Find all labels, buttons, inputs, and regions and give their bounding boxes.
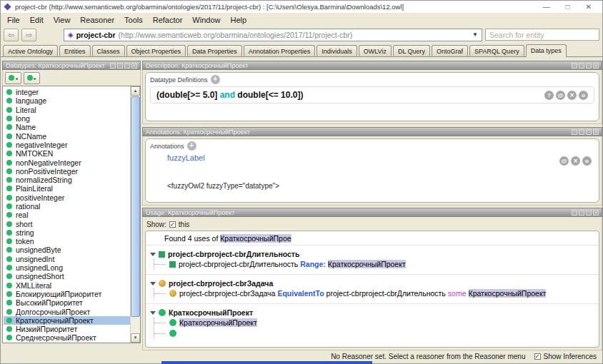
tab[interactable]: Active Ontology bbox=[3, 45, 58, 56]
panel-float-icon[interactable] bbox=[110, 63, 116, 69]
datatype-list-item[interactable]: token bbox=[4, 237, 130, 246]
datatype-list-item[interactable]: НизкийПриоритет bbox=[4, 325, 130, 333]
tab[interactable]: Data Properties bbox=[187, 45, 242, 56]
chevron-down-icon[interactable]: ▼ bbox=[469, 31, 478, 38]
menu-item[interactable]: File bbox=[2, 14, 25, 26]
datatype-list-item[interactable]: language bbox=[4, 96, 130, 105]
datatype-list-item[interactable]: unsignedByte bbox=[4, 246, 130, 254]
datatype-list-item[interactable]: unsignedLong bbox=[4, 263, 130, 272]
row-action-button[interactable]: o bbox=[582, 156, 592, 166]
menu-item[interactable]: View bbox=[49, 14, 76, 26]
datatype-list-item[interactable]: БлокирующийПриоритет bbox=[4, 290, 130, 298]
panel-float-icon[interactable] bbox=[572, 129, 577, 135]
usage-row[interactable] bbox=[154, 328, 599, 339]
datatype-list-item[interactable]: unsignedInt bbox=[4, 255, 130, 263]
tab[interactable]: Object Properties bbox=[126, 45, 186, 56]
datatype-list-item[interactable]: positiveInteger bbox=[4, 193, 130, 202]
menu-item[interactable]: Window bbox=[187, 14, 225, 26]
scroll-up-icon[interactable]: ▲ bbox=[131, 86, 140, 96]
panel-float-icon[interactable] bbox=[572, 210, 577, 216]
datatype-list-item[interactable]: NCName bbox=[4, 131, 130, 140]
tab[interactable]: Annotation Properties bbox=[244, 45, 316, 56]
menu-item[interactable]: Refactor bbox=[148, 14, 188, 26]
maximize-button[interactable]: □ bbox=[566, 2, 570, 12]
panel-minimize-icon[interactable] bbox=[117, 63, 123, 69]
tab[interactable]: OWLViz bbox=[359, 45, 392, 56]
datatype-list-item[interactable]: normalizedString bbox=[4, 176, 130, 184]
show-inferences-checkbox[interactable]: ✓ bbox=[534, 353, 541, 360]
search-input[interactable] bbox=[485, 29, 599, 41]
menu-item[interactable]: Help bbox=[225, 14, 251, 26]
menu-item[interactable]: Reasoner bbox=[75, 14, 119, 26]
row-action-button[interactable]: @ bbox=[559, 156, 569, 166]
usage-group-header[interactable]: project-cbrproject-cbrДлительность bbox=[146, 249, 599, 259]
panel-maximize-icon[interactable] bbox=[586, 129, 592, 135]
annotation-property[interactable]: fuzzyLabel bbox=[167, 153, 594, 162]
delete-datatype-button[interactable]: ▸ bbox=[24, 72, 40, 84]
tab[interactable]: Classes bbox=[92, 45, 125, 56]
panel-maximize-icon[interactable] bbox=[124, 63, 130, 69]
tab[interactable]: DL Query bbox=[393, 45, 430, 56]
panel-maximize-icon[interactable] bbox=[586, 63, 592, 69]
datatype-list-item[interactable]: negativeInteger bbox=[4, 141, 130, 149]
add-annotation-button[interactable]: + bbox=[187, 141, 196, 151]
panel-close-icon[interactable]: × bbox=[131, 63, 137, 69]
menu-item[interactable]: Tools bbox=[119, 14, 148, 26]
datatype-list-item[interactable]: integer bbox=[4, 88, 130, 96]
datatype-list-item[interactable]: КраткосрочныйПроект bbox=[4, 316, 130, 325]
panel-minimize-icon[interactable] bbox=[579, 63, 584, 69]
add-datatype-button[interactable]: ◂ bbox=[5, 72, 21, 84]
usage-group-header[interactable]: project-cbrproject-cbrЗадача bbox=[146, 278, 599, 288]
minimize-button[interactable]: — bbox=[543, 2, 550, 12]
usage-row[interactable]: КраткосрочныйПроект bbox=[154, 318, 599, 328]
usage-row[interactable]: project-cbrproject-cbrЗадачаEquivalentTo… bbox=[154, 288, 599, 299]
datatype-list-item[interactable]: short bbox=[4, 219, 130, 228]
datatype-list-item[interactable]: string bbox=[4, 228, 130, 237]
collapse-arrow-icon[interactable] bbox=[150, 311, 156, 315]
datatype-list-item[interactable]: real bbox=[4, 211, 130, 219]
scrollbar-thumb[interactable] bbox=[131, 96, 140, 317]
menu-item[interactable]: Edit bbox=[25, 14, 49, 26]
add-definition-button[interactable]: + bbox=[211, 75, 220, 84]
row-action-button[interactable]: ✕ bbox=[571, 156, 580, 166]
collapse-arrow-icon[interactable] bbox=[150, 253, 156, 256]
datatype-list-item[interactable]: PlainLiteral bbox=[4, 184, 130, 193]
tab[interactable]: Data types bbox=[526, 44, 567, 57]
datatype-list-item[interactable]: NMTOKEN bbox=[4, 149, 130, 158]
row-action-button[interactable]: ✕ bbox=[567, 91, 577, 100]
datatype-list-item[interactable]: rational bbox=[4, 202, 130, 211]
row-action-button[interactable]: ? bbox=[544, 91, 554, 100]
panel-minimize-icon[interactable] bbox=[579, 129, 584, 135]
datatype-list-item[interactable]: ВысокийПриоритет bbox=[4, 298, 130, 307]
panel-close-icon[interactable]: × bbox=[593, 63, 599, 69]
show-this-checkbox[interactable]: ✓ bbox=[169, 221, 176, 228]
collapse-arrow-icon[interactable] bbox=[150, 282, 156, 285]
close-button[interactable]: ✕ bbox=[586, 2, 592, 12]
datatype-list-item[interactable]: Name bbox=[4, 123, 130, 131]
panel-close-icon[interactable]: × bbox=[593, 129, 599, 135]
ontology-selector[interactable]: ◈ project-cbr (http://www.semanticweb.or… bbox=[64, 29, 482, 41]
panel-close-icon[interactable]: × bbox=[593, 210, 599, 216]
datatype-list-item[interactable]: nonPositiveInteger bbox=[4, 167, 130, 176]
tab[interactable]: Entities bbox=[59, 45, 91, 56]
datatype-list-item[interactable]: Literal bbox=[4, 106, 130, 114]
panel-minimize-icon[interactable] bbox=[579, 210, 584, 216]
panel-float-icon[interactable] bbox=[572, 63, 577, 69]
datatype-definition-row[interactable]: (double[>= 5.0] and double[<= 10.0]) ? @… bbox=[150, 86, 594, 103]
panel-maximize-icon[interactable] bbox=[586, 210, 592, 216]
datatype-list-item[interactable]: unsignedShort bbox=[4, 272, 130, 280]
forward-button[interactable]: ⇨ bbox=[21, 29, 36, 41]
datatype-list-item[interactable]: ДолгосрочныйПроект bbox=[4, 307, 130, 315]
usage-row[interactable]: project-cbrproject-cbrДлительностьRange:… bbox=[154, 259, 599, 270]
usage-group-header[interactable]: КраткосрочныйПроект bbox=[146, 308, 599, 318]
datatype-list-item[interactable]: nonNegativeInteger bbox=[4, 158, 130, 166]
back-button[interactable]: ⇦ bbox=[4, 29, 19, 41]
datatype-list-item[interactable]: СреднесрочныйПроект bbox=[4, 333, 130, 342]
datatype-list-item[interactable]: XMLLiteral bbox=[4, 281, 130, 290]
datatype-list-item[interactable]: long bbox=[4, 114, 130, 123]
tab[interactable]: OntoGraf bbox=[432, 45, 468, 56]
tab[interactable]: Individuals bbox=[317, 45, 357, 56]
tab[interactable]: SPARQL Query bbox=[469, 45, 524, 56]
row-action-button[interactable]: o bbox=[579, 91, 588, 100]
datatype-list-scrollbar[interactable]: ▲ ▼ bbox=[130, 86, 140, 343]
